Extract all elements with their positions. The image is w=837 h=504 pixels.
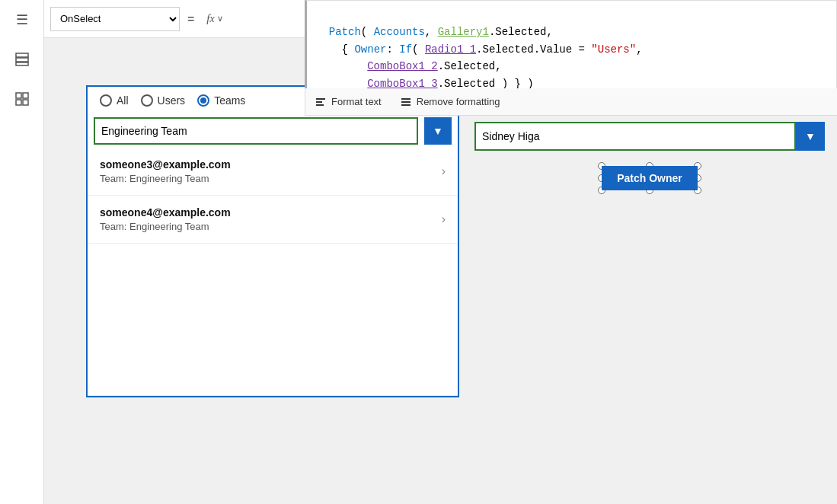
radio-users-circle <box>141 94 153 107</box>
code-owner: Owner <box>354 43 386 56</box>
gallery-item-2[interactable]: someone4@example.com Team: Engineering T… <box>88 196 458 244</box>
remove-formatting-label: Remove formatting <box>417 96 500 107</box>
left-sidebar: ☰ <box>0 0 44 504</box>
gallery-item-1[interactable]: someone3@example.com Team: Engineering T… <box>88 148 458 196</box>
code-patch: Patch <box>329 26 361 38</box>
patch-owner-wrapper: Patch Owner <box>602 166 698 190</box>
dropdown-left-button[interactable]: ▼ <box>424 117 452 145</box>
gallery-item-1-team: Team: Engineering Team <box>100 173 231 184</box>
code-combobox2: ComboBox1_2 <box>367 60 437 72</box>
code-overlay: Patch( Accounts, Gallery1.Selected, { Ow… <box>305 0 837 91</box>
gallery-item-1-info: someone3@example.com Team: Engineering T… <box>100 158 231 184</box>
dropdown-right-chevron: ▼ <box>805 130 816 142</box>
svg-rect-4 <box>23 93 28 98</box>
gallery-item-1-chevron: › <box>442 164 446 178</box>
svg-rect-3 <box>16 93 21 98</box>
radio-users-label: Users <box>158 94 186 107</box>
patch-owner-container: Patch Owner <box>474 166 825 190</box>
components-icon[interactable] <box>10 87 34 111</box>
fx-chevron: ∨ <box>217 14 223 24</box>
svg-rect-1 <box>16 58 28 62</box>
dropdown-left-chevron: ▼ <box>433 125 443 137</box>
radio-all[interactable]: All <box>100 94 129 107</box>
gallery-item-2-info: someone4@example.com Team: Engineering T… <box>100 206 231 232</box>
formula-select[interactable]: OnSelect <box>50 7 180 31</box>
gallery-item-2-email: someone4@example.com <box>100 206 231 219</box>
code-gallery1: Gallery1 <box>438 26 489 38</box>
radio-teams-label: Teams <box>214 94 245 107</box>
gallery-item-2-team: Team: Engineering Team <box>100 221 231 232</box>
gallery-empty-row <box>88 244 458 396</box>
format-bar: Format text Remove formatting <box>305 88 837 116</box>
radio-all-label: All <box>117 94 129 107</box>
radio-teams-left[interactable]: Teams <box>197 94 245 107</box>
sidney-higa-dropdown[interactable] <box>474 122 796 151</box>
code-accounts: Accounts <box>374 26 425 38</box>
equals-sign: = <box>184 12 197 26</box>
layers-icon[interactable] <box>10 47 34 72</box>
patch-owner-button[interactable]: Patch Owner <box>602 166 698 190</box>
code-users-str: "Users" <box>591 43 636 56</box>
code-if: If <box>399 43 412 56</box>
format-text-label: Format text <box>331 96 382 107</box>
gallery-item-1-email: someone3@example.com <box>100 158 231 171</box>
svg-rect-2 <box>16 62 28 65</box>
code-radio: Radio1_1 <box>425 43 476 56</box>
dropdown-row-left: ▼ <box>88 114 458 148</box>
remove-formatting-button[interactable]: Remove formatting <box>400 96 500 108</box>
radio-users-left[interactable]: Users <box>141 94 186 107</box>
svg-rect-0 <box>16 53 28 57</box>
svg-rect-5 <box>16 100 21 105</box>
svg-rect-6 <box>23 100 28 105</box>
engineering-team-dropdown[interactable] <box>94 117 418 145</box>
hamburger-icon[interactable]: ☰ <box>10 8 34 32</box>
radio-teams-circle <box>197 94 209 107</box>
radio-all-circle <box>100 94 112 107</box>
format-text-icon <box>315 96 327 108</box>
dropdown-right-button[interactable]: ▼ <box>796 122 825 151</box>
gallery-item-2-chevron: › <box>442 212 446 226</box>
dropdown-right-row: ▼ <box>474 122 825 151</box>
left-panel: All Users Teams ▼ someone3@example.com T… <box>86 85 459 397</box>
fx-button[interactable]: fx ∨ <box>202 9 227 28</box>
format-text-button[interactable]: Format text <box>315 96 382 108</box>
remove-format-icon <box>400 96 412 108</box>
